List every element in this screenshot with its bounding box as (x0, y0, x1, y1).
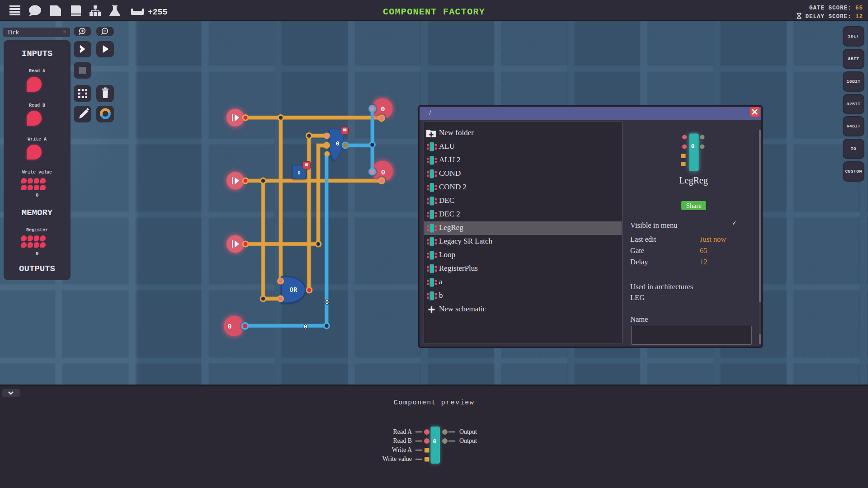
svg-text:+255: +255 (148, 8, 167, 17)
svg-text:0: 0 (304, 324, 307, 330)
svg-text:0: 0 (325, 299, 329, 306)
svg-text:0: 0 (691, 143, 695, 150)
svg-text:0: 0 (433, 438, 437, 445)
svg-text:OR: OR (290, 286, 297, 294)
svg-text:0: 0 (227, 323, 231, 331)
svg-text:0: 0 (297, 170, 301, 176)
svg-text:0: 0 (381, 105, 385, 113)
svg-text:0: 0 (336, 141, 340, 147)
svg-text:0: 0 (381, 169, 385, 177)
